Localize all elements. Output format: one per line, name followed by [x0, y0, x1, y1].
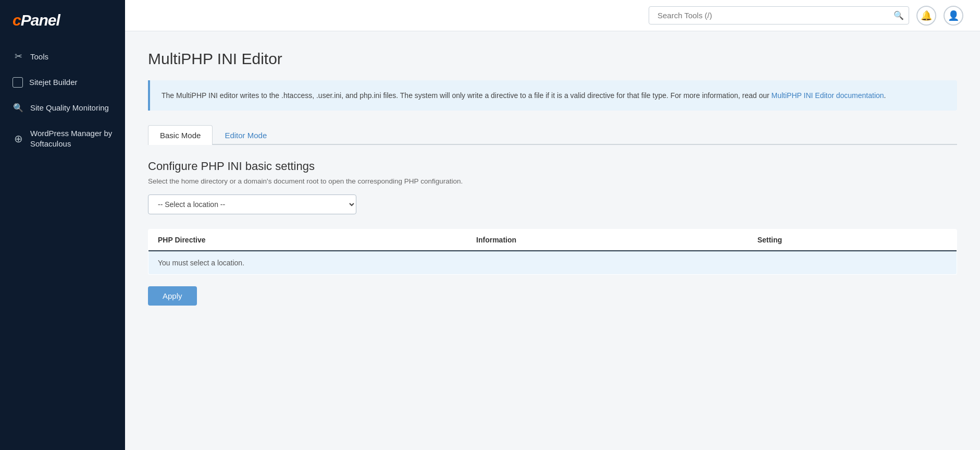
info-suffix: . — [884, 91, 886, 100]
empty-message: You must select a location. — [148, 251, 957, 275]
configure-section-desc: Select the home directory or a domain's … — [148, 177, 957, 185]
sidebar: cPanel ✂ Tools Sitejet Builder 🔍 Site Qu… — [0, 0, 125, 450]
user-button[interactable]: 👤 — [944, 6, 963, 26]
sidebar-item-sitejet-label: Sitejet Builder — [29, 77, 78, 88]
page-title: MultiPHP INI Editor — [148, 50, 957, 68]
col-setting: Setting — [748, 229, 957, 251]
main-content: 🔍 🔔 👤 MultiPHP INI Editor The MultiPHP I… — [125, 0, 980, 450]
tab-basic-mode[interactable]: Basic Mode — [148, 125, 213, 145]
apply-button[interactable]: Apply — [148, 286, 197, 306]
site-quality-icon: 🔍 — [13, 102, 24, 114]
php-directives-table: PHP Directive Information Setting You mu… — [148, 229, 957, 275]
info-banner: The MultiPHP INI editor writes to the .h… — [148, 80, 957, 111]
sidebar-item-wordpress-manager[interactable]: ⊕ WordPress Manager by Softaculous — [0, 121, 125, 156]
col-information: Information — [467, 229, 748, 251]
info-text: The MultiPHP INI editor writes to the .h… — [162, 91, 772, 100]
search-wrapper: 🔍 — [649, 6, 909, 25]
sidebar-item-tools[interactable]: ✂ Tools — [0, 44, 125, 70]
bell-icon: 🔔 — [921, 10, 932, 21]
notifications-button[interactable]: 🔔 — [916, 6, 936, 26]
user-icon: 👤 — [948, 10, 959, 21]
info-link[interactable]: MultiPHP INI Editor documentation — [772, 91, 884, 100]
logo: cPanel — [0, 0, 125, 44]
tab-editor-mode[interactable]: Editor Mode — [213, 125, 279, 145]
table-row-empty: You must select a location. — [148, 251, 957, 275]
tools-icon: ✂ — [13, 51, 24, 63]
search-icon-button[interactable]: 🔍 — [894, 11, 904, 20]
sidebar-item-tools-label: Tools — [30, 52, 48, 62]
sitejet-icon — [13, 77, 23, 88]
sidebar-item-wordpress-label: WordPress Manager by Softaculous — [30, 128, 113, 149]
wordpress-icon: ⊕ — [13, 133, 24, 144]
configure-section-title: Configure PHP INI basic settings — [148, 160, 957, 173]
page-content: MultiPHP INI Editor The MultiPHP INI edi… — [125, 31, 980, 450]
sidebar-item-sitejet-builder[interactable]: Sitejet Builder — [0, 70, 125, 95]
location-select[interactable]: -- Select a location -- — [148, 194, 356, 214]
table-header-row: PHP Directive Information Setting — [148, 229, 957, 251]
tabs-container: Basic Mode Editor Mode — [148, 125, 957, 145]
col-php-directive: PHP Directive — [148, 229, 467, 251]
cpanel-logo: cPanel — [13, 11, 113, 29]
sidebar-item-site-quality-monitoring[interactable]: 🔍 Site Quality Monitoring — [0, 95, 125, 121]
sidebar-item-site-quality-label: Site Quality Monitoring — [30, 103, 109, 113]
search-input[interactable] — [649, 6, 909, 25]
topbar: 🔍 🔔 👤 — [125, 0, 980, 31]
